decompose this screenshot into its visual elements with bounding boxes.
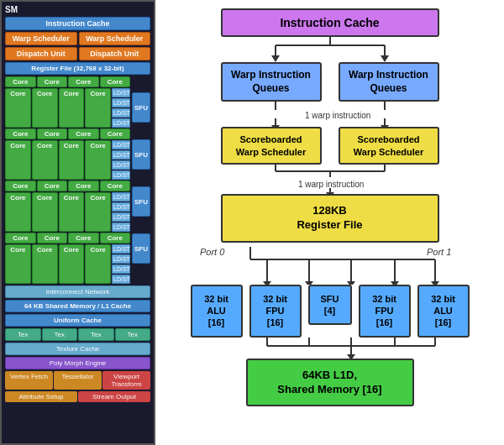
fpu-1: 32 bitFPU[16] — [249, 285, 302, 338]
dispatch-unit-2: Dispatch Unit — [79, 47, 151, 60]
core: Core — [100, 128, 131, 139]
register-file-left: Register File (32,768 x 32-bit) — [5, 62, 150, 75]
sfu-3: SFU — [132, 186, 150, 217]
attrib-row: Attribute Setup Stream Output — [5, 391, 150, 402]
core: Core — [5, 88, 31, 128]
ldst: LD/ST — [112, 192, 130, 202]
ldst: LD/ST — [112, 140, 130, 149]
svg-text:Port 1: Port 1 — [427, 247, 451, 257]
tex-units: Tex Tex Tex Tex — [5, 328, 150, 341]
sm-label: SM — [5, 5, 150, 14]
scoreboard-2: ScoreboardedWarp Scheduler — [339, 127, 439, 165]
core-row-1: Core Core Core Core — [5, 76, 130, 87]
warp-queue-1: Warp InstructionQueues — [221, 62, 322, 102]
core: Core — [32, 192, 58, 232]
core-row-3: Core Core Core Core — [5, 128, 130, 139]
dispatch-unit-1: Dispatch Unit — [5, 47, 77, 60]
vertex-row: Vertex Fetch Tessellator Viewport Transf… — [5, 371, 150, 390]
ldst: LD/ST — [112, 160, 130, 170]
ldst: LD/ST — [112, 88, 130, 97]
scoreboard-1: ScoreboardedWarp Scheduler — [221, 127, 322, 165]
alu-2: 32 bitALU[16] — [417, 285, 470, 338]
port-arrows: Port 0 Port 1 — [175, 243, 486, 285]
tex-2: Tex — [42, 328, 78, 341]
arrow-label-1: 1 warp instruction — [305, 111, 370, 120]
alu-1: 32 bitALU[16] — [191, 285, 243, 338]
core: Core — [37, 181, 68, 191]
tessellator: Tessellator — [54, 371, 102, 390]
alu-row: 32 bitALU[16] 32 bitFPU[16] SFU[4] 32 bi… — [191, 285, 470, 338]
core: Core — [68, 128, 99, 139]
fpu-2: 32 bitFPU[16] — [359, 285, 411, 338]
ldst: LD/ST — [112, 212, 130, 222]
block-diagram: Instruction Cache Warp InstructionQueues… — [155, 0, 504, 445]
instr-cache-left: Instruction Cache — [5, 17, 150, 30]
arrow-label-2: 1 warp instruction — [298, 180, 364, 189]
sfu-column: SFU SFU SFU SFU — [132, 76, 150, 284]
stream-output: Stream Output — [78, 391, 150, 402]
ldst: LD/ST — [112, 118, 130, 128]
ldst: LD/ST — [112, 202, 130, 212]
core: Core — [100, 181, 131, 191]
ldst: LD/ST — [112, 275, 130, 284]
dispatch-units: Dispatch Unit Dispatch Unit — [5, 47, 150, 60]
uniform-cache: Uniform Cache — [5, 314, 150, 327]
ldst: LD/ST — [112, 254, 130, 264]
core: Core — [5, 244, 31, 284]
warp-queue-2: Warp InstructionQueues — [339, 62, 439, 102]
warp-arrow-label: 1 warp instruction — [221, 102, 439, 127]
core: Core — [37, 233, 68, 243]
core: Core — [5, 76, 36, 87]
sfu-1: SFU — [132, 92, 150, 123]
warp-schedulers: Warp Scheduler Warp Scheduler — [5, 32, 150, 45]
svg-marker-5 — [381, 55, 389, 62]
sm-diagram: SM Instruction Cache Warp Scheduler Warp… — [0, 0, 155, 445]
scoreboard-row: ScoreboardedWarp Scheduler ScoreboardedW… — [221, 127, 439, 165]
split-arrow-1 — [221, 37, 439, 62]
svg-marker-4 — [271, 55, 280, 62]
ldst: LD/ST — [112, 98, 130, 107]
cores-grid: Core Core Core Core Core Core Core Core … — [5, 76, 130, 284]
core: Core — [37, 128, 68, 139]
core: Core — [32, 88, 58, 128]
attrib-setup: Attribute Setup — [5, 391, 77, 402]
sfu-4: SFU — [132, 233, 150, 264]
shared-mem-arrow — [175, 338, 486, 359]
regfile-block: 128KBRegister File — [221, 194, 439, 243]
core: Core — [5, 192, 31, 232]
core: Core — [59, 88, 85, 128]
core-row-5: Core Core Core Core — [5, 181, 130, 191]
interconnect: Interconnect Network — [5, 285, 150, 298]
ldst: LD/ST — [112, 264, 130, 274]
warp-row: Warp InstructionQueues Warp InstructionQ… — [221, 62, 439, 102]
core: Core — [59, 192, 85, 232]
sfu-2: SFU — [132, 139, 150, 170]
shared-mem-block: 64KB L1D,Shared Memory [16] — [246, 359, 414, 407]
ldst: LD/ST — [112, 150, 130, 160]
poly-morph: Poly Morph Engine — [5, 357, 150, 369]
tex-3: Tex — [78, 328, 114, 341]
svg-text:Port 0: Port 0 — [200, 247, 225, 257]
tex-1: Tex — [5, 328, 41, 341]
core: Core — [68, 181, 99, 191]
ldst: LD/ST — [112, 222, 130, 232]
ldst: LD/ST — [112, 170, 130, 180]
warp-scheduler-1: Warp Scheduler — [5, 32, 77, 45]
core: Core — [85, 88, 111, 128]
core: Core — [68, 233, 99, 243]
core: Core — [5, 181, 36, 191]
cores-section: Core Core Core Core Core Core Core Core … — [5, 76, 150, 284]
core: Core — [59, 140, 85, 180]
core: Core — [100, 233, 131, 243]
texture-cache: Texture Cache — [5, 343, 150, 355]
ldst: LD/ST — [112, 244, 130, 254]
core-row-7: Core Core Core Core — [5, 233, 130, 243]
scoreboard-arrow-label: 1 warp instruction — [221, 165, 439, 194]
viewport: Viewport Transform — [102, 371, 150, 390]
core: Core — [5, 128, 36, 139]
core: Core — [5, 233, 36, 243]
core: Core — [85, 192, 111, 232]
core: Core — [59, 244, 85, 284]
core: Core — [32, 140, 58, 180]
core: Core — [68, 76, 99, 87]
